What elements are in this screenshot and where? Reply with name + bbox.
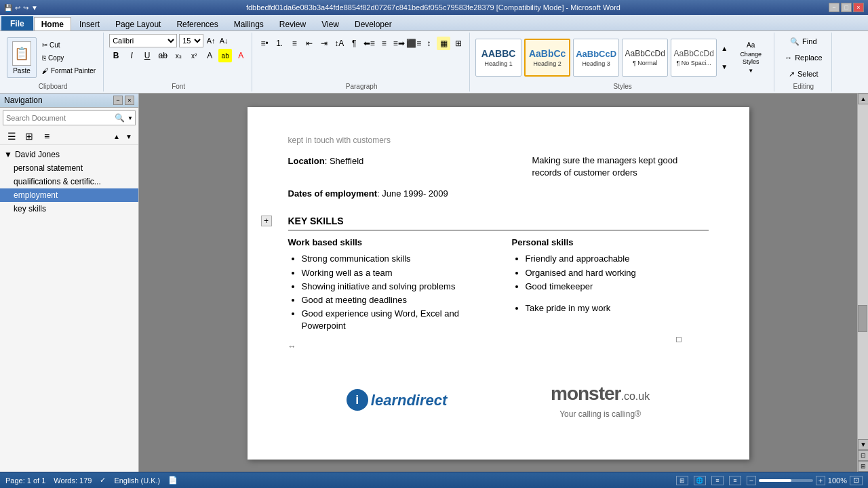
font-color-button[interactable]: A bbox=[234, 49, 248, 62]
show-formatting-button[interactable]: ¶ bbox=[347, 37, 361, 50]
tab-home[interactable]: Home bbox=[34, 17, 71, 30]
scroll-down-button[interactable]: ▼ bbox=[858, 439, 868, 450]
tab-developer[interactable]: Developer bbox=[347, 17, 399, 30]
style-heading2[interactable]: AaBbCc Heading 2 bbox=[524, 39, 570, 77]
view-web-button[interactable]: 🌐 bbox=[694, 476, 706, 485]
nav-view-headings[interactable]: ☰ bbox=[4, 129, 19, 143]
font-shrink-button[interactable]: A↓ bbox=[218, 35, 229, 46]
bold-button[interactable]: B bbox=[109, 49, 123, 62]
nav-item-david-jones[interactable]: ▼ David Jones bbox=[0, 148, 138, 161]
language-indicator[interactable]: English (U.K.) bbox=[114, 476, 160, 485]
tab-review[interactable]: Review bbox=[272, 17, 313, 30]
line-spacing-button[interactable]: ↕ bbox=[422, 37, 435, 50]
scroll-extra-down[interactable]: ⊡ bbox=[858, 450, 868, 461]
doc-status-icon[interactable]: 📄 bbox=[168, 476, 178, 485]
personal-skills-list: Friendly and approachable Organised and … bbox=[512, 253, 709, 293]
nav-sort-down[interactable]: ▼ bbox=[123, 131, 134, 142]
subscript-button[interactable]: x₂ bbox=[172, 49, 185, 62]
tab-references[interactable]: References bbox=[169, 17, 225, 30]
multilevel-button[interactable]: ≡ bbox=[288, 37, 301, 50]
scroll-up-button[interactable]: ▲ bbox=[858, 94, 868, 104]
styles-scroll-up[interactable]: ▲ bbox=[719, 40, 729, 58]
cut-button[interactable]: ✂ Cut bbox=[39, 39, 99, 51]
nav-minimize-button[interactable]: − bbox=[113, 96, 123, 105]
nav-item-key-skills[interactable]: key skills bbox=[0, 202, 138, 216]
justify-button[interactable]: ⬛≡ bbox=[407, 37, 420, 50]
font-grow-button[interactable]: A↑ bbox=[205, 35, 216, 46]
undo-icon[interactable]: ↩ bbox=[15, 4, 20, 12]
view-print-button[interactable]: ⊞ bbox=[676, 476, 688, 485]
nav-item-employment[interactable]: employment bbox=[0, 188, 138, 202]
highlight-button[interactable]: ab bbox=[218, 49, 232, 62]
font-size-select[interactable]: 15 bbox=[179, 34, 203, 47]
nav-item-qualifications[interactable]: qualifications & certific... bbox=[0, 175, 138, 188]
zoom-percent-button[interactable]: ⊡ bbox=[850, 476, 863, 485]
superscript-button[interactable]: x² bbox=[187, 49, 201, 62]
nav-tree: ▼ David Jones personal statement qualifi… bbox=[0, 145, 138, 472]
format-painter-button[interactable]: 🖌 Format Painter bbox=[39, 64, 99, 77]
replace-button[interactable]: ↔ Replace bbox=[780, 50, 827, 65]
search-submit-button[interactable]: 🔍 bbox=[113, 111, 125, 125]
scroll-thumb[interactable] bbox=[858, 305, 867, 332]
zoom-slider[interactable] bbox=[759, 479, 813, 482]
style-normal[interactable]: AaBbCcDd ¶ Normal bbox=[622, 39, 668, 77]
style-heading3[interactable]: AaBbCcD Heading 3 bbox=[573, 39, 619, 77]
document-area[interactable]: kept in touch with customers Location: S… bbox=[139, 94, 857, 472]
style-heading1[interactable]: AABBC Heading 1 bbox=[475, 39, 521, 77]
tab-file[interactable]: File bbox=[1, 16, 33, 30]
text-effects-button[interactable]: A bbox=[203, 49, 216, 62]
nav-item-personal-statement[interactable]: personal statement bbox=[0, 161, 138, 175]
find-button[interactable]: 🔍 Find bbox=[785, 34, 821, 49]
scroll-track[interactable] bbox=[858, 104, 868, 439]
align-right-button[interactable]: ≡➡ bbox=[392, 37, 406, 50]
restore-button[interactable]: □ bbox=[841, 3, 852, 12]
decrease-indent-button[interactable]: ⇤ bbox=[302, 37, 316, 50]
styles-scroll-down[interactable]: ▼ bbox=[719, 58, 729, 76]
increase-indent-button[interactable]: ⇥ bbox=[317, 37, 331, 50]
tab-page-layout[interactable]: Page Layout bbox=[108, 17, 168, 30]
cursor-area: ↔ bbox=[288, 340, 709, 353]
align-center-button[interactable]: ≡ bbox=[377, 37, 391, 50]
nav-close-button[interactable]: × bbox=[125, 96, 134, 105]
numbering-button[interactable]: 1. bbox=[273, 37, 286, 50]
bullets-button[interactable]: ≡• bbox=[258, 37, 271, 50]
shading-button[interactable]: ▦ bbox=[437, 37, 450, 50]
scroll-extra-up[interactable]: ⊞ bbox=[858, 461, 868, 472]
underline-button[interactable]: U bbox=[140, 49, 154, 62]
doc-location: Location: Sheffield bbox=[288, 155, 364, 174]
search-input[interactable] bbox=[3, 113, 113, 123]
minimize-button[interactable]: − bbox=[829, 3, 840, 12]
view-outline-button[interactable]: ≡ bbox=[711, 476, 724, 485]
view-draft-button[interactable]: ≡ bbox=[729, 476, 741, 485]
copy-button[interactable]: ⎘ Copy bbox=[39, 52, 99, 64]
tab-view[interactable]: View bbox=[314, 17, 347, 30]
resize-handle[interactable] bbox=[676, 337, 682, 342]
zoom-out-button[interactable]: − bbox=[747, 476, 756, 485]
search-options-button[interactable]: ▼ bbox=[125, 111, 135, 125]
sort-button[interactable]: ↕A bbox=[332, 37, 346, 50]
nav-sort-up[interactable]: ▲ bbox=[111, 131, 122, 142]
skills-columns: Work based skills Strong communication s… bbox=[288, 236, 709, 334]
add-content-button[interactable]: + bbox=[261, 216, 272, 226]
font-name-select[interactable]: Calibri bbox=[109, 34, 177, 47]
zoom-in-button[interactable]: + bbox=[816, 476, 825, 485]
align-left-button[interactable]: ⬅≡ bbox=[362, 37, 376, 50]
select-button[interactable]: ↗ Select bbox=[784, 66, 823, 81]
borders-button[interactable]: ⊞ bbox=[452, 37, 465, 50]
close-button[interactable]: × bbox=[853, 3, 864, 12]
save-icon[interactable]: 💾 bbox=[4, 4, 12, 12]
italic-button[interactable]: I bbox=[125, 49, 138, 62]
tab-mailings[interactable]: Mailings bbox=[226, 17, 271, 30]
strikethrough-button[interactable]: ab bbox=[156, 49, 170, 62]
paste-button[interactable]: 📋 Paste bbox=[7, 37, 37, 78]
style-no-spacing[interactable]: AaBbCcDd ¶ No Spaci... bbox=[671, 39, 717, 77]
spell-check[interactable]: ✓ bbox=[100, 476, 106, 485]
change-styles-button[interactable]: Aa ChangeStyles ▼ bbox=[732, 39, 770, 77]
nav-view-pages[interactable]: ⊞ bbox=[22, 129, 37, 143]
nav-view-results[interactable]: ≡ bbox=[39, 129, 54, 143]
font-group: Calibri 15 A↑ A↓ B I U ab x₂ x² A ab A F… bbox=[105, 33, 252, 92]
monster-domain: .co.uk bbox=[620, 390, 650, 402]
redo-icon[interactable]: ↪ bbox=[23, 4, 28, 12]
customize-qa-icon[interactable]: ▼ bbox=[31, 4, 38, 12]
tab-insert[interactable]: Insert bbox=[72, 17, 107, 30]
